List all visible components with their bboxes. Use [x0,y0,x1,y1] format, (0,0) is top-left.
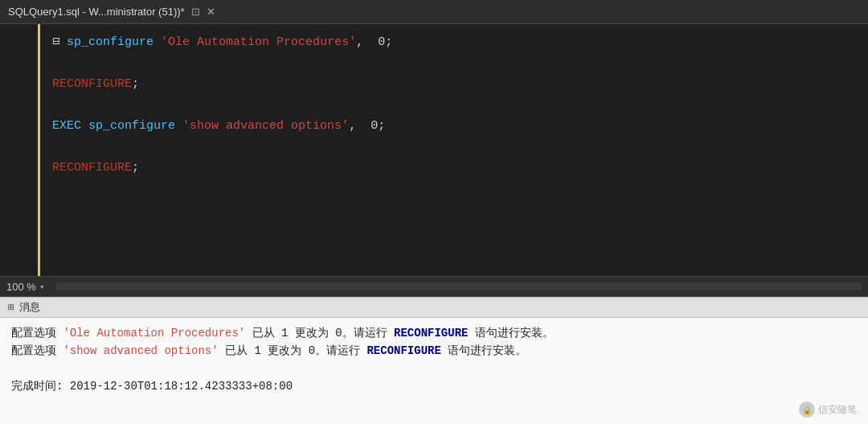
code-token: RECONFIGURE [52,158,132,179]
title-bar: SQLQuery1.sql - W...ministrator (51))* ⊡… [0,0,868,24]
watermark: 🔒 信安随笔 [799,401,857,418]
message-highlight: 'show advanced options' [63,344,218,357]
code-token [175,116,182,137]
messages-label: 消息 [19,300,40,315]
zoom-dropdown[interactable]: ▾ [39,282,45,292]
code-line [52,220,856,241]
message-keyword: RECONFIGURE [394,327,468,340]
code-line [52,200,856,220]
editor-container: ⊟ sp_configure 'Ole Automation Procedure… [0,24,868,297]
message-line [11,360,857,377]
code-line: ⊟ sp_configure 'Ole Automation Procedure… [52,32,856,53]
message-keyword: RECONFIGURE [366,344,440,357]
messages-panel-wrapper: ⊞ 消息 配置选项 'Ole Automation Procedures' 已从… [0,297,868,424]
code-line: EXEC sp_configure 'show advanced options… [52,116,856,137]
code-token: sp_configure [88,116,175,137]
pin-button[interactable]: ⊡ [191,6,200,18]
messages-panel: ⊞ 消息 配置选项 'Ole Automation Procedures' 已从… [0,297,868,424]
code-token: , [356,32,378,53]
messages-tab[interactable]: ⊞ 消息 [0,297,868,318]
message-line: 配置选项 'show advanced options' 已从 1 更改为 0。… [11,342,857,360]
code-token: ; [385,32,392,53]
code-token: 'show advanced options' [182,116,349,137]
watermark-icon: 🔒 [799,401,815,418]
watermark-text: 信安随笔 [818,403,857,417]
code-token [154,32,161,53]
tab-title: SQLQuery1.sql - W...ministrator (51))* [8,6,185,18]
code-line [52,179,856,200]
editor-body: ⊟ sp_configure 'Ole Automation Procedure… [0,24,868,276]
horizontal-scrollbar[interactable] [56,282,862,290]
code-token: ⊟ [52,32,67,53]
message-line: 完成时间: 2019-12-30T01:18:12.4233333+08:00 [11,377,857,395]
code-line [52,95,856,116]
zoom-bar: 100 % ▾ [0,276,868,297]
message-highlight: 'Ole Automation Procedures' [63,327,245,340]
code-token: RECONFIGURE [52,74,132,95]
code-token: sp_configure [67,32,154,53]
code-token: EXEC [52,116,81,137]
code-token: 0 [378,32,385,53]
code-token: ; [378,116,385,137]
left-margin [0,24,40,276]
message-line: 配置选项 'Ole Automation Procedures' 已从 1 更改… [11,324,857,342]
code-area[interactable]: ⊟ sp_configure 'Ole Automation Procedure… [40,24,868,276]
code-line: RECONFIGURE; [52,158,856,179]
code-token: ; [132,158,139,179]
code-token [81,116,88,137]
messages-icon: ⊞ [8,301,14,314]
messages-content: 配置选项 'Ole Automation Procedures' 已从 1 更改… [0,318,868,424]
zoom-level: 100 % [6,281,36,293]
close-button[interactable]: ✕ [207,6,215,18]
code-line: RECONFIGURE; [52,74,856,95]
code-token: , [349,116,371,137]
code-token: 0 [371,116,378,137]
code-token: 'Ole Automation Procedures' [161,32,356,53]
code-token: ; [132,74,139,95]
code-line [52,53,856,74]
code-line [52,137,856,158]
